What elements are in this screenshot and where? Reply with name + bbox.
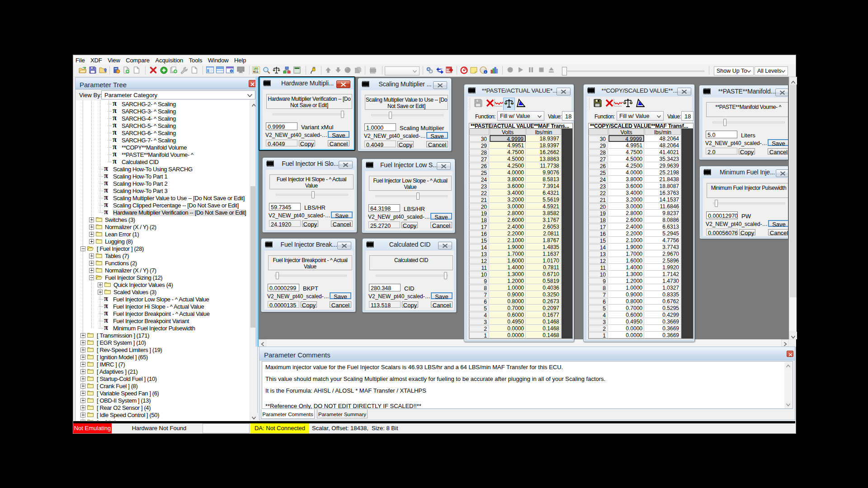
svg-text:011: 011 — [253, 70, 259, 74]
